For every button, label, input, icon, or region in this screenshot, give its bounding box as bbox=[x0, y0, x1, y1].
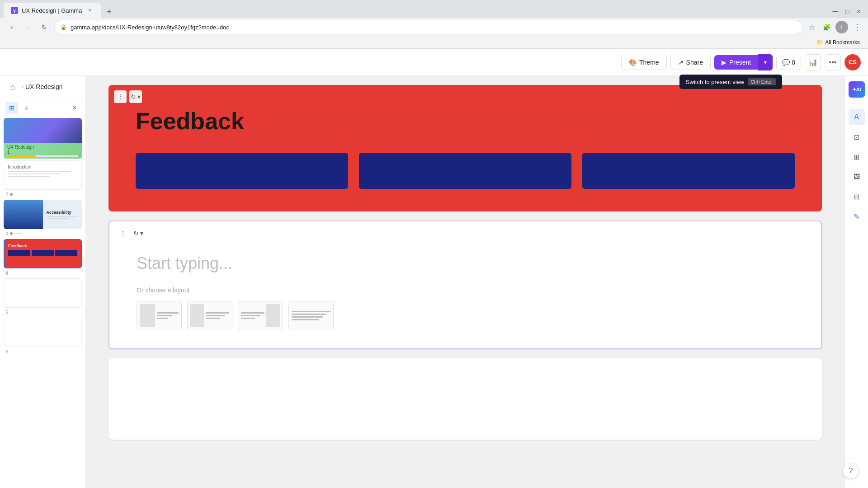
list-view-button[interactable]: ≡ bbox=[20, 102, 33, 114]
layout-option-2[interactable] bbox=[187, 301, 232, 330]
new-slide-card[interactable]: ⋮ ↻ ▾ Start typing... Or choose a layout bbox=[108, 221, 822, 349]
new-tab-button[interactable]: + bbox=[103, 5, 115, 18]
slide-menu-button[interactable]: ⋮ bbox=[114, 90, 127, 103]
slide-thumbnail-6[interactable] bbox=[4, 318, 82, 347]
text-style-button[interactable]: A bbox=[849, 109, 865, 125]
slide-3-img bbox=[4, 200, 43, 229]
ai-icon: ✦AI bbox=[852, 87, 861, 93]
sidebar-header: ⌂ › UX Redesign bbox=[0, 76, 85, 98]
more-options-button[interactable]: ••• bbox=[825, 54, 841, 70]
feedback-card-2[interactable] bbox=[359, 153, 571, 189]
slide-thumbnail-4[interactable]: Feedback bbox=[4, 239, 82, 268]
left-sidebar: ⌂ › UX Redesign ⊞ ≡ × UX Redesign 1 bbox=[0, 76, 86, 488]
tooltip-text: Switch to present view bbox=[686, 79, 744, 85]
active-tab[interactable]: γ UX Redesign | Gamma × bbox=[4, 3, 101, 18]
theme-icon: 🎨 bbox=[629, 59, 637, 66]
tooltip-shortcut: Ctrl+Enter bbox=[748, 78, 776, 85]
table-button[interactable]: ⊟ bbox=[849, 188, 865, 205]
layout-options-row bbox=[137, 301, 794, 330]
share-icon: ↗ bbox=[678, 59, 684, 66]
nav-actions: ☆ 🧩 I ⋮ bbox=[807, 21, 863, 33]
browser-menu-icon[interactable]: ⋮ bbox=[852, 22, 863, 33]
start-typing-placeholder[interactable]: Start typing... bbox=[137, 254, 794, 273]
ai-button[interactable]: ✦AI bbox=[849, 81, 865, 98]
all-bookmarks[interactable]: 📁 All Bookmarks bbox=[814, 38, 863, 47]
app-body: ⌂ › UX Redesign ⊞ ≡ × UX Redesign 1 bbox=[0, 76, 868, 488]
forward-button[interactable]: › bbox=[22, 21, 34, 33]
slide-thumbnail-2[interactable]: Introduction bbox=[4, 160, 82, 190]
layout-option-3[interactable] bbox=[238, 301, 283, 330]
theme-button[interactable]: 🎨 Theme bbox=[621, 55, 667, 70]
feedback-slide-card[interactable]: ⋮ ↻ ▾ Feedback bbox=[108, 85, 822, 211]
share-label: Share bbox=[686, 59, 703, 66]
new-slide-content: Start typing... Or choose a layout bbox=[109, 245, 821, 348]
new-slide-toolbar: ⋮ ↻ ▾ bbox=[109, 221, 821, 245]
comments-button[interactable]: 💬 0 bbox=[776, 55, 801, 70]
slide-1-title: UX Redesign bbox=[7, 145, 78, 150]
view-toggle: ⊞ ≡ bbox=[5, 102, 33, 114]
present-button[interactable]: ▶ Present bbox=[714, 55, 758, 70]
draw-button[interactable]: ✎ bbox=[849, 208, 865, 225]
card-button[interactable]: ⊡ bbox=[849, 129, 865, 145]
slide-thumbnail-3[interactable]: Accessibility bbox=[4, 200, 82, 229]
close-button[interactable]: × bbox=[857, 8, 861, 16]
main-canvas: ⋮ ↻ ▾ Feedback ⋮ ↻ ▾ Start typing... Or … bbox=[86, 76, 844, 488]
new-slide-menu-button[interactable]: ⋮ bbox=[117, 227, 129, 239]
nav-bar: ‹ › ↻ 🔒 gamma.app/docs/UX-Redesign-utuw9… bbox=[0, 18, 868, 36]
layout-option-4[interactable] bbox=[288, 301, 334, 330]
slide-line bbox=[8, 171, 71, 172]
grid-button[interactable]: ⊞ bbox=[849, 149, 865, 165]
slide-4-title: Feedback bbox=[8, 244, 77, 248]
help-button[interactable]: ? bbox=[843, 463, 859, 479]
slide-2-num-row: 2 bbox=[4, 191, 82, 198]
profile-button[interactable]: I bbox=[835, 21, 848, 33]
share-button[interactable]: ↗ Share bbox=[670, 55, 711, 70]
slide-line bbox=[8, 174, 60, 174]
slide-6-number: 6 bbox=[5, 349, 8, 354]
user-avatar[interactable]: CS bbox=[844, 54, 861, 70]
media-button[interactable]: 🖼 bbox=[849, 169, 865, 185]
grid-view-button[interactable]: ⊞ bbox=[5, 102, 18, 114]
layout-1-text-block bbox=[157, 312, 179, 319]
extensions-icon[interactable]: 🧩 bbox=[821, 22, 832, 33]
refresh-button[interactable]: ↻ bbox=[38, 21, 51, 33]
close-panel-button[interactable]: × bbox=[69, 103, 80, 113]
analytics-button[interactable]: 📊 bbox=[805, 54, 821, 70]
maximize-button[interactable]: □ bbox=[845, 8, 849, 15]
new-slide-refresh-button[interactable]: ↻ ▾ bbox=[132, 227, 145, 239]
feedback-card-1[interactable] bbox=[136, 153, 348, 189]
slide-thumbnail-1[interactable]: UX Redesign 1 bbox=[4, 118, 82, 159]
slide-3-number: 3 bbox=[5, 231, 8, 236]
slide-2-title: Introduction bbox=[8, 164, 78, 169]
slide-1-progress-bar bbox=[7, 155, 36, 157]
slides-panel: ⊞ ≡ × UX Redesign 1 Introduction bbox=[0, 98, 85, 488]
slide-4-num-row: 4 bbox=[4, 269, 82, 277]
present-dropdown-button[interactable]: ▾ bbox=[758, 54, 773, 70]
browser-chrome: γ UX Redesign | Gamma × + ─ □ × ‹ › ↻ 🔒 … bbox=[0, 0, 868, 49]
slide-1-label-bar: UX Redesign 1 bbox=[4, 143, 82, 159]
slide-6-num-row: 6 bbox=[4, 348, 82, 355]
slide-thumbnail-5[interactable] bbox=[4, 278, 82, 308]
slide-3-num-row: 3 bbox=[4, 230, 82, 237]
minimize-button[interactable]: ─ bbox=[832, 7, 838, 16]
layout-3-img-block bbox=[266, 304, 280, 327]
browser-tabs-bar: γ UX Redesign | Gamma × + ─ □ × bbox=[0, 0, 868, 18]
back-button[interactable]: ‹ bbox=[5, 21, 18, 33]
feedback-card-3[interactable] bbox=[582, 153, 795, 189]
feedback-slide-title: Feedback bbox=[136, 108, 795, 135]
slide-2-lines bbox=[8, 171, 78, 177]
layout-2-img-block bbox=[190, 304, 204, 327]
bookmark-icon[interactable]: ☆ bbox=[807, 22, 817, 33]
panel-controls: ⊞ ≡ × bbox=[4, 102, 82, 114]
slide-5-num-row: 5 bbox=[4, 309, 82, 316]
layout-option-1[interactable] bbox=[137, 301, 182, 330]
slide-refresh-button[interactable]: ↻ ▾ bbox=[129, 90, 142, 103]
present-label: Present bbox=[729, 59, 751, 66]
address-bar[interactable]: 🔒 gamma.app/docs/UX-Redesign-utuw9ty82oy… bbox=[54, 20, 803, 34]
slide-line bbox=[8, 176, 50, 177]
tab-close-icon[interactable]: × bbox=[85, 6, 94, 14]
blank-slide-card[interactable] bbox=[108, 358, 822, 440]
breadcrumb: › UX Redesign bbox=[22, 83, 63, 90]
home-button[interactable]: ⌂ bbox=[7, 81, 18, 92]
slide-5-number: 5 bbox=[5, 310, 8, 315]
